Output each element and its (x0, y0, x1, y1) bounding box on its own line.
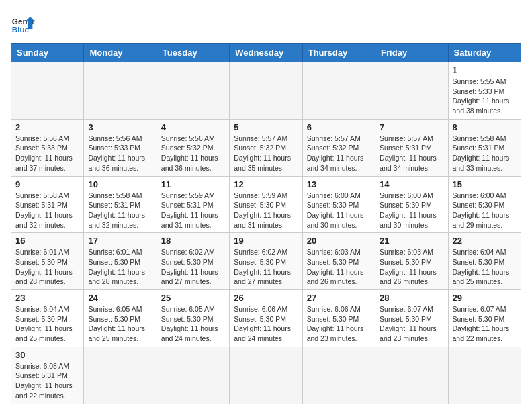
calendar-cell: 16Sunrise: 6:01 AMSunset: 5:30 PMDayligh… (11, 233, 84, 290)
calendar-cell: 29Sunrise: 6:07 AMSunset: 5:30 PMDayligh… (448, 290, 521, 347)
calendar-week-row: 2Sunrise: 5:56 AMSunset: 5:33 PMDaylight… (11, 119, 521, 176)
calendar-week-row: 16Sunrise: 6:01 AMSunset: 5:30 PMDayligh… (11, 233, 521, 290)
day-info: Sunrise: 5:57 AMSunset: 5:31 PMDaylight:… (380, 134, 443, 173)
day-number: 25 (161, 293, 225, 303)
calendar-cell: 5Sunrise: 5:57 AMSunset: 5:32 PMDaylight… (230, 119, 302, 176)
day-info: Sunrise: 5:58 AMSunset: 5:31 PMDaylight:… (88, 191, 152, 230)
day-number: 30 (15, 350, 79, 360)
day-info: Sunrise: 6:04 AMSunset: 5:30 PMDaylight:… (453, 247, 517, 287)
weekday-header-sunday: Sunday (11, 44, 84, 62)
weekday-header-friday: Friday (375, 44, 448, 62)
calendar-cell: 21Sunrise: 6:03 AMSunset: 5:30 PMDayligh… (375, 233, 448, 290)
day-number: 22 (453, 236, 517, 246)
calendar-cell (302, 62, 375, 120)
day-info: Sunrise: 5:56 AMSunset: 5:33 PMDaylight:… (88, 134, 152, 173)
day-number: 19 (234, 236, 298, 246)
day-number: 20 (307, 236, 371, 246)
day-info: Sunrise: 5:55 AMSunset: 5:33 PMDaylight:… (453, 77, 517, 116)
logo-icon: General Blue (11, 11, 35, 35)
calendar-table: SundayMondayTuesdayWednesdayThursdayFrid… (11, 43, 521, 404)
calendar-cell: 10Sunrise: 5:58 AMSunset: 5:31 PMDayligh… (84, 176, 157, 233)
calendar-cell: 24Sunrise: 6:05 AMSunset: 5:30 PMDayligh… (84, 290, 157, 347)
day-number: 29 (453, 293, 517, 303)
day-info: Sunrise: 6:02 AMSunset: 5:30 PMDaylight:… (161, 247, 225, 287)
calendar-cell: 4Sunrise: 5:56 AMSunset: 5:32 PMDaylight… (157, 119, 229, 176)
calendar-cell (230, 62, 302, 120)
day-info: Sunrise: 6:07 AMSunset: 5:30 PMDaylight:… (453, 304, 517, 344)
calendar-cell: 6Sunrise: 5:57 AMSunset: 5:32 PMDaylight… (302, 119, 375, 176)
day-number: 2 (15, 122, 79, 132)
calendar-cell (448, 347, 521, 404)
page-header: General Blue (11, 11, 521, 35)
calendar-cell (157, 62, 229, 120)
calendar-cell: 11Sunrise: 5:59 AMSunset: 5:31 PMDayligh… (157, 176, 229, 233)
day-info: Sunrise: 5:56 AMSunset: 5:33 PMDaylight:… (15, 134, 79, 173)
calendar-cell: 28Sunrise: 6:07 AMSunset: 5:30 PMDayligh… (375, 290, 448, 347)
day-info: Sunrise: 5:58 AMSunset: 5:31 PMDaylight:… (15, 191, 79, 230)
calendar-cell: 8Sunrise: 5:58 AMSunset: 5:31 PMDaylight… (448, 119, 521, 176)
day-info: Sunrise: 6:06 AMSunset: 5:30 PMDaylight:… (307, 304, 371, 344)
calendar-week-row: 1Sunrise: 5:55 AMSunset: 5:33 PMDaylight… (11, 62, 521, 120)
day-info: Sunrise: 5:59 AMSunset: 5:31 PMDaylight:… (161, 191, 225, 230)
calendar-cell: 9Sunrise: 5:58 AMSunset: 5:31 PMDaylight… (11, 176, 84, 233)
svg-text:Blue: Blue (12, 25, 30, 34)
calendar-cell: 19Sunrise: 6:02 AMSunset: 5:30 PMDayligh… (230, 233, 302, 290)
day-info: Sunrise: 6:04 AMSunset: 5:30 PMDaylight:… (15, 304, 79, 344)
day-info: Sunrise: 6:00 AMSunset: 5:30 PMDaylight:… (307, 191, 371, 230)
day-number: 26 (234, 293, 298, 303)
calendar-cell: 13Sunrise: 6:00 AMSunset: 5:30 PMDayligh… (302, 176, 375, 233)
calendar-cell: 25Sunrise: 6:05 AMSunset: 5:30 PMDayligh… (157, 290, 229, 347)
day-info: Sunrise: 6:07 AMSunset: 5:30 PMDaylight:… (380, 304, 443, 344)
day-number: 9 (15, 179, 79, 189)
day-info: Sunrise: 6:05 AMSunset: 5:30 PMDaylight:… (88, 304, 152, 344)
calendar-cell: 14Sunrise: 6:00 AMSunset: 5:30 PMDayligh… (375, 176, 448, 233)
day-number: 7 (380, 122, 443, 132)
day-info: Sunrise: 6:01 AMSunset: 5:30 PMDaylight:… (15, 247, 79, 287)
day-number: 3 (88, 122, 152, 132)
day-number: 16 (15, 236, 79, 246)
day-info: Sunrise: 5:57 AMSunset: 5:32 PMDaylight:… (234, 134, 298, 173)
day-info: Sunrise: 6:03 AMSunset: 5:30 PMDaylight:… (380, 247, 443, 287)
day-number: 23 (15, 293, 79, 303)
calendar-cell (375, 62, 448, 120)
calendar-cell (230, 347, 302, 404)
day-number: 27 (307, 293, 371, 303)
calendar-cell (11, 62, 84, 120)
day-info: Sunrise: 6:03 AMSunset: 5:30 PMDaylight:… (307, 247, 371, 287)
calendar-cell: 1Sunrise: 5:55 AMSunset: 5:33 PMDaylight… (448, 62, 521, 120)
day-number: 14 (380, 179, 443, 189)
day-info: Sunrise: 5:57 AMSunset: 5:32 PMDaylight:… (307, 134, 371, 173)
day-number: 28 (380, 293, 443, 303)
day-number: 4 (161, 122, 225, 132)
calendar-cell: 2Sunrise: 5:56 AMSunset: 5:33 PMDaylight… (11, 119, 84, 176)
day-number: 5 (234, 122, 298, 132)
calendar-cell: 22Sunrise: 6:04 AMSunset: 5:30 PMDayligh… (448, 233, 521, 290)
day-number: 11 (161, 179, 225, 189)
weekday-header-tuesday: Tuesday (157, 44, 229, 62)
calendar-cell: 17Sunrise: 6:01 AMSunset: 5:30 PMDayligh… (84, 233, 157, 290)
day-info: Sunrise: 6:02 AMSunset: 5:30 PMDaylight:… (234, 247, 298, 287)
day-info: Sunrise: 5:58 AMSunset: 5:31 PMDaylight:… (453, 134, 517, 173)
calendar-cell (84, 347, 157, 404)
weekday-header-wednesday: Wednesday (230, 44, 302, 62)
calendar-cell: 18Sunrise: 6:02 AMSunset: 5:30 PMDayligh… (157, 233, 229, 290)
day-info: Sunrise: 5:59 AMSunset: 5:30 PMDaylight:… (234, 191, 298, 230)
day-number: 6 (307, 122, 371, 132)
calendar-cell: 23Sunrise: 6:04 AMSunset: 5:30 PMDayligh… (11, 290, 84, 347)
calendar-cell: 30Sunrise: 6:08 AMSunset: 5:31 PMDayligh… (11, 347, 84, 404)
calendar-cell: 12Sunrise: 5:59 AMSunset: 5:30 PMDayligh… (230, 176, 302, 233)
day-number: 1 (453, 65, 517, 75)
calendar-cell (375, 347, 448, 404)
day-number: 12 (234, 179, 298, 189)
calendar-week-row: 23Sunrise: 6:04 AMSunset: 5:30 PMDayligh… (11, 290, 521, 347)
weekday-header-row: SundayMondayTuesdayWednesdayThursdayFrid… (11, 44, 521, 62)
logo: General Blue (11, 11, 35, 35)
day-number: 21 (380, 236, 443, 246)
calendar-cell: 26Sunrise: 6:06 AMSunset: 5:30 PMDayligh… (230, 290, 302, 347)
calendar-cell: 7Sunrise: 5:57 AMSunset: 5:31 PMDaylight… (375, 119, 448, 176)
weekday-header-thursday: Thursday (302, 44, 375, 62)
calendar-week-row: 9Sunrise: 5:58 AMSunset: 5:31 PMDaylight… (11, 176, 521, 233)
day-info: Sunrise: 6:00 AMSunset: 5:30 PMDaylight:… (380, 191, 443, 230)
calendar-cell: 27Sunrise: 6:06 AMSunset: 5:30 PMDayligh… (302, 290, 375, 347)
weekday-header-monday: Monday (84, 44, 157, 62)
